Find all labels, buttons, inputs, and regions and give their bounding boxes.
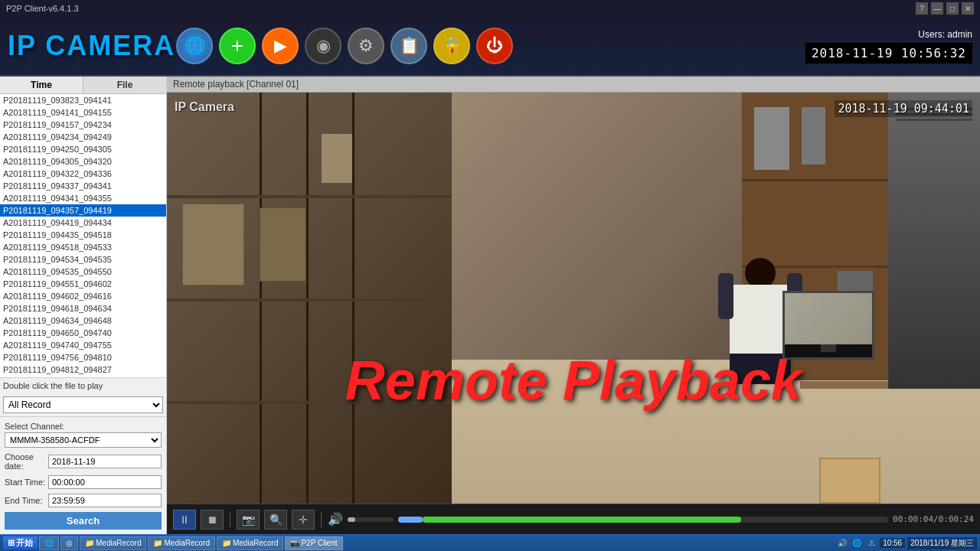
- item1: [182, 204, 244, 285]
- ie-icon: 🌐: [44, 539, 54, 547]
- progress-fill: [423, 517, 741, 523]
- start-button[interactable]: ⊞ 开始: [3, 536, 38, 549]
- file-list[interactable]: P20181119_093823_094141A20181119_094141_…: [0, 94, 166, 377]
- sleeve-left: [718, 273, 733, 319]
- header-right: Users: admin 2018-11-19 10:56:32: [805, 29, 972, 64]
- help-button[interactable]: ?: [916, 2, 928, 15]
- end-time-row: End Time:: [5, 494, 162, 507]
- tray-icon2: 🌐: [851, 537, 863, 549]
- lock-button[interactable]: 🔒: [433, 28, 470, 64]
- date-input[interactable]: [48, 455, 162, 468]
- file-item[interactable]: P20181119_094534_094535: [0, 253, 166, 266]
- file-item[interactable]: A20181119_094341_094355: [0, 192, 166, 204]
- file-item[interactable]: A20181119_094305_094320: [0, 155, 166, 168]
- monitor-screen: [785, 293, 872, 344]
- power-button[interactable]: ⏻: [476, 28, 513, 64]
- tab-file[interactable]: File: [83, 77, 166, 93]
- play-button[interactable]: ▶: [262, 28, 299, 64]
- volume-icon: 🔊: [328, 512, 343, 527]
- file-item[interactable]: P20181119_094157_094234: [0, 119, 166, 131]
- file-item[interactable]: A20181119_094419_094434: [0, 217, 166, 229]
- file-item[interactable]: P20181119_094337_094341: [0, 180, 166, 192]
- file-item[interactable]: A20181119_094141_094155: [0, 106, 166, 119]
- sidebar: Time File P20181119_093823_094141A201811…: [0, 77, 167, 534]
- file-item[interactable]: P20181119_093823_094141: [0, 94, 166, 106]
- file-item[interactable]: P20181119_094435_094518: [0, 229, 166, 241]
- file-item[interactable]: P20181119_094357_094419: [0, 204, 166, 217]
- pause-button[interactable]: ⏸: [173, 510, 196, 530]
- hint-text: Double click the file to play: [0, 377, 166, 393]
- file-item[interactable]: A20181119_094234_094249: [0, 131, 166, 143]
- taskbar-item-camera[interactable]: 📷 P2P Client: [285, 536, 342, 550]
- start-time-label: Start Time:: [5, 478, 48, 487]
- folder3-label: MediaRecord: [233, 539, 278, 547]
- date-label: Choose date:: [5, 452, 48, 471]
- add-button[interactable]: +: [219, 28, 256, 64]
- file-item[interactable]: A20181119_094518_094533: [0, 241, 166, 253]
- start-label: 开始: [16, 537, 33, 549]
- person-head: [745, 258, 776, 289]
- close-button[interactable]: ✕: [962, 2, 974, 15]
- file-item[interactable]: P20181119_094756_094810: [0, 351, 166, 364]
- tab-time[interactable]: Time: [0, 77, 83, 93]
- record-type-select[interactable]: All Record Normal Alarm: [3, 396, 163, 413]
- monitor-stand-top: [821, 344, 836, 352]
- ptz-button[interactable]: ✛: [292, 510, 315, 530]
- taskbar-item-chrome[interactable]: ◎: [60, 536, 78, 550]
- stop-button[interactable]: ⏹: [201, 510, 224, 530]
- zoom-button[interactable]: 🔍: [264, 510, 287, 530]
- time-display: 00:00:04/0:00:24: [893, 514, 974, 524]
- file-list-container: P20181119_093823_094141A20181119_094141_…: [0, 94, 166, 377]
- file-item[interactable]: P20181119_094650_094740: [0, 327, 166, 339]
- globe-button[interactable]: 🌐: [176, 28, 213, 64]
- box: [819, 458, 880, 504]
- separator2: [321, 512, 322, 527]
- shelf1: [167, 195, 476, 198]
- channel-label: Select Channel:: [5, 422, 162, 431]
- file-item[interactable]: P20181119_094250_094305: [0, 143, 166, 155]
- file-item[interactable]: A20181119_094740_094755: [0, 339, 166, 351]
- minimize-button[interactable]: —: [931, 2, 943, 15]
- logo-text: IP CAMERA: [8, 30, 176, 62]
- snapshot-button[interactable]: 📷: [237, 510, 260, 530]
- start-time-row: Start Time:: [5, 475, 162, 489]
- channel-dropdown[interactable]: MMMM-358580-ACFDF: [5, 432, 162, 448]
- file-item[interactable]: A20181119_094322_094336: [0, 168, 166, 180]
- video-controls: ⏸ ⏹ 📷 🔍 ✛ 🔊 00:00:04/0:00:24: [167, 504, 980, 534]
- start-time-input[interactable]: [48, 475, 162, 489]
- file-item[interactable]: A20181119_094634_094648: [0, 315, 166, 327]
- file-item[interactable]: P20181119_094812_094827: [0, 364, 166, 376]
- volume-track[interactable]: [348, 517, 394, 522]
- reel-button[interactable]: ◉: [305, 28, 341, 64]
- end-time-input[interactable]: [48, 494, 162, 507]
- maximize-button[interactable]: □: [946, 2, 959, 15]
- video-tab-bar: Remote playback [Channel 01]: [167, 77, 980, 93]
- file-item[interactable]: A20181119_094535_094550: [0, 266, 166, 278]
- docs-button[interactable]: 📋: [390, 28, 427, 64]
- scene-left: [167, 93, 476, 504]
- file-item[interactable]: P20181119_094618_094634: [0, 302, 166, 315]
- taskbar-right: 🔊 🌐 ⚠ 10:56 2018/11/19 星期三: [836, 537, 977, 549]
- vent3: [896, 119, 972, 121]
- camera-label: P2P Client: [301, 539, 337, 547]
- taskbar-item-folder3[interactable]: 📁 MediaRecord: [217, 536, 283, 550]
- settings-button[interactable]: ⚙: [348, 28, 384, 64]
- file-item[interactable]: P20181119_094551_094602: [0, 278, 166, 290]
- taskbar-item-ie[interactable]: 🌐: [39, 536, 59, 550]
- taskbar-item-folder2[interactable]: 📁 MediaRecord: [148, 536, 214, 550]
- sidebar-tabs: Time File: [0, 77, 166, 94]
- volume-fill: [348, 517, 355, 522]
- item3: [322, 134, 352, 183]
- file-item[interactable]: A20181119_094602_094616: [0, 290, 166, 302]
- users-label: Users: admin: [918, 29, 972, 40]
- folder2-label: MediaRecord: [164, 539, 209, 547]
- camera-timestamp: 2018-11-19 09:44:01: [835, 100, 972, 117]
- taskbar-item-folder1[interactable]: 📁 MediaRecord: [80, 536, 146, 550]
- channel-row: Select Channel: MMMM-358580-ACFDF: [5, 422, 162, 448]
- progress-track[interactable]: [398, 517, 888, 523]
- main-area: Time File P20181119_093823_094141A201811…: [0, 77, 980, 534]
- folder2-icon: 📁: [153, 539, 162, 547]
- separator1: [230, 512, 230, 527]
- logo-area: IP CAMERA: [8, 30, 176, 62]
- search-button[interactable]: Search: [5, 512, 162, 530]
